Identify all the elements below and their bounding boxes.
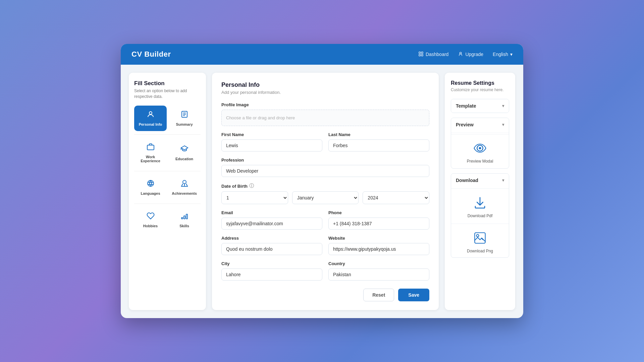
preview-accordion: Preview ▾ Preview Modal (451, 118, 509, 169)
svg-point-5 (149, 112, 152, 114)
svg-rect-0 (419, 52, 421, 54)
dashboard-label: Dashboard (426, 52, 449, 57)
svg-rect-17 (186, 214, 187, 219)
profile-image-placeholder: Choose a file or drag and drop here (226, 115, 295, 120)
phone-input[interactable] (328, 218, 429, 230)
website-input[interactable] (328, 243, 429, 255)
nav-item-languages-label: Languages (141, 191, 160, 195)
dob-month-select[interactable]: JanuaryFebruaryMarch (292, 191, 359, 204)
nav-item-education-label: Education (175, 157, 193, 161)
upgrade-label: Upgrade (465, 52, 483, 57)
svg-rect-20 (475, 233, 485, 243)
svg-rect-2 (421, 54, 423, 56)
nav-grid: Personal Info Summary Work Experience (134, 106, 201, 233)
preview-modal-label: Preview Modal (467, 159, 493, 164)
svg-rect-15 (181, 218, 183, 219)
dob-day-select[interactable]: 123 (221, 191, 288, 204)
download-png-wrap: Download Png (451, 225, 509, 257)
main-layout: Fill Section Select an option below to a… (121, 65, 523, 318)
summary-icon (180, 110, 189, 120)
svg-point-4 (460, 52, 462, 54)
address-website-row: Address Website (221, 236, 429, 255)
left-panel: Fill Section Select an option below to a… (129, 73, 206, 310)
download-pdf-wrap: Download Pdf (451, 190, 509, 222)
download-pdf-label: Download Pdf (468, 214, 493, 218)
fill-section-subtitle: Select an option below to add respective… (134, 88, 201, 100)
country-input[interactable] (328, 268, 429, 281)
svg-rect-16 (184, 216, 185, 219)
city-label: City (221, 261, 322, 266)
address-input[interactable] (221, 243, 322, 255)
form-actions: Reset Save (221, 289, 429, 301)
dob-year-select[interactable]: 202420232022 (363, 191, 429, 204)
preview-modal-icon[interactable] (472, 140, 488, 156)
save-button[interactable]: Save (398, 289, 429, 301)
profession-input[interactable] (221, 165, 429, 177)
phone-label: Phone (328, 210, 429, 215)
center-panel: Personal Info Add your personal informat… (212, 73, 439, 310)
template-accordion-header[interactable]: Template ▾ (451, 99, 509, 113)
first-name-col: First Name (221, 132, 322, 152)
email-input[interactable] (221, 218, 322, 230)
country-label: Country (328, 261, 429, 266)
profession-group: Profession (221, 158, 429, 177)
download-chevron-icon: ▾ (502, 178, 504, 183)
preview-modal-wrap: Preview Modal (451, 134, 509, 168)
nav-item-summary-label: Summary (176, 122, 193, 126)
header: CV Builder Dashboard Upgrade English ▾ (121, 44, 523, 65)
template-chevron-icon: ▾ (502, 104, 504, 108)
nav-item-work-experience[interactable]: Work Experience (134, 138, 167, 168)
svg-point-21 (477, 235, 479, 237)
svg-point-19 (479, 147, 481, 149)
svg-point-12 (148, 180, 154, 186)
languages-icon (147, 179, 155, 189)
dob-selects-row: 123 JanuaryFebruaryMarch 202420232022 (221, 191, 429, 204)
download-accordion-header[interactable]: Download ▾ (451, 174, 509, 187)
nav-item-skills-label: Skills (179, 224, 189, 228)
nav-item-work-experience-label: Work Experience (137, 155, 164, 163)
svg-rect-10 (147, 145, 154, 150)
first-name-input[interactable] (221, 139, 322, 152)
nav-item-achievements-label: Achievements (172, 191, 197, 195)
nav-item-skills[interactable]: Skills (168, 207, 201, 233)
email-phone-row: Email Phone (221, 210, 429, 230)
upgrade-nav-item[interactable]: Upgrade (458, 51, 483, 58)
hobbies-icon (147, 212, 155, 222)
download-accordion: Download ▾ Download Pdf (451, 173, 509, 258)
nav-item-languages[interactable]: Languages (134, 175, 167, 200)
language-label: English (493, 52, 508, 57)
achievements-icon (180, 179, 189, 189)
nav-item-personal-info[interactable]: Personal Info (134, 106, 167, 131)
preview-chevron-icon: ▾ (502, 122, 504, 127)
dob-help-icon: ⓘ (249, 183, 254, 189)
nav-item-summary[interactable]: Summary (168, 106, 201, 131)
nav-item-hobbies[interactable]: Hobbies (134, 207, 167, 233)
download-label: Download (456, 178, 478, 183)
preview-accordion-header[interactable]: Preview ▾ (451, 118, 509, 131)
last-name-col: Last Name (328, 132, 429, 152)
profile-image-dropzone[interactable]: Choose a file or drag and drop here (221, 110, 429, 126)
city-input[interactable] (221, 268, 322, 281)
section-title: Personal Info (221, 81, 429, 88)
last-name-label: Last Name (328, 132, 429, 137)
dashboard-nav-item[interactable]: Dashboard (418, 51, 449, 58)
city-country-row: City Country (221, 261, 429, 281)
dashboard-icon (418, 51, 424, 58)
app-window: CV Builder Dashboard Upgrade English ▾ (121, 44, 523, 318)
download-png-icon[interactable] (472, 230, 488, 246)
download-pdf-icon[interactable] (472, 195, 488, 211)
section-subtitle: Add your personal information. (221, 90, 429, 95)
language-selector[interactable]: English ▾ (493, 52, 513, 57)
reset-button[interactable]: Reset (363, 289, 394, 301)
country-col: Country (328, 261, 429, 281)
settings-subtitle: Customize your resume here. (451, 87, 509, 92)
nav-item-education[interactable]: Education (168, 138, 201, 168)
personal-info-icon (147, 110, 155, 120)
fill-section-title: Fill Section (134, 80, 201, 87)
phone-col: Phone (328, 210, 429, 230)
nav-item-achievements[interactable]: Achievements (168, 175, 201, 200)
last-name-input[interactable] (328, 139, 429, 152)
website-col: Website (328, 236, 429, 255)
name-row: First Name Last Name (221, 132, 429, 152)
website-label: Website (328, 236, 429, 241)
